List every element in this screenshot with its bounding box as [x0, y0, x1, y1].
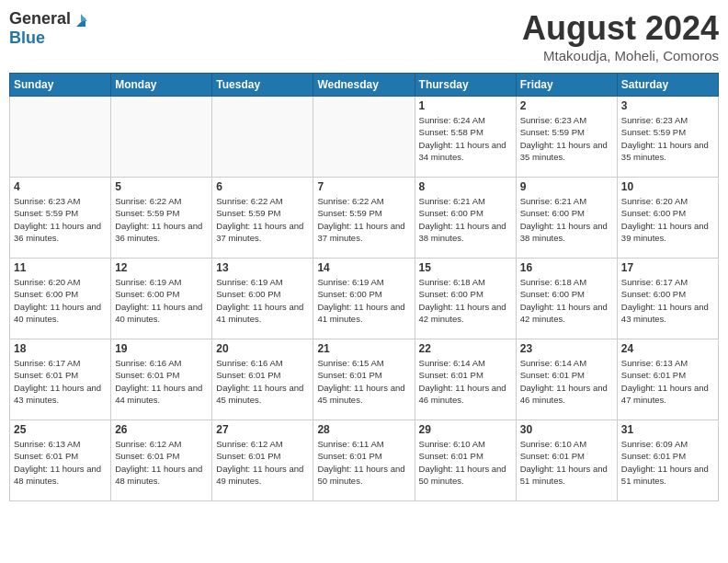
svg-marker-1 — [81, 14, 87, 21]
day-number: 27 — [216, 423, 309, 436]
calendar-cell: 1Sunrise: 6:24 AM Sunset: 5:58 PM Daylig… — [415, 97, 516, 178]
day-number: 24 — [621, 342, 714, 355]
day-number: 30 — [520, 423, 613, 436]
cell-info: Sunrise: 6:23 AM Sunset: 5:59 PM Dayligh… — [520, 114, 613, 163]
calendar-cell: 23Sunrise: 6:14 AM Sunset: 6:01 PM Dayli… — [516, 339, 617, 420]
calendar-cell — [212, 97, 313, 178]
cell-info: Sunrise: 6:13 AM Sunset: 6:01 PM Dayligh… — [621, 357, 714, 406]
cell-info: Sunrise: 6:20 AM Sunset: 6:00 PM Dayligh… — [14, 276, 107, 325]
cell-info: Sunrise: 6:18 AM Sunset: 6:00 PM Dayligh… — [419, 276, 512, 325]
day-number: 18 — [14, 342, 107, 355]
day-number: 31 — [621, 423, 714, 436]
day-number: 2 — [520, 99, 613, 112]
cell-info: Sunrise: 6:09 AM Sunset: 6:01 PM Dayligh… — [621, 438, 714, 487]
calendar-cell: 15Sunrise: 6:18 AM Sunset: 6:00 PM Dayli… — [415, 259, 516, 339]
cell-info: Sunrise: 6:17 AM Sunset: 6:01 PM Dayligh… — [14, 357, 107, 406]
day-number: 6 — [216, 180, 309, 193]
day-number: 9 — [520, 180, 613, 193]
calendar-cell: 28Sunrise: 6:11 AM Sunset: 6:01 PM Dayli… — [313, 420, 415, 501]
calendar-cell: 5Sunrise: 6:22 AM Sunset: 5:59 PM Daylig… — [111, 178, 212, 259]
month-year: August 2024 — [522, 9, 719, 48]
week-row-1: 1Sunrise: 6:24 AM Sunset: 5:58 PM Daylig… — [10, 97, 719, 178]
calendar-cell: 14Sunrise: 6:19 AM Sunset: 6:00 PM Dayli… — [313, 259, 415, 339]
calendar-cell: 11Sunrise: 6:20 AM Sunset: 6:00 PM Dayli… — [10, 259, 111, 339]
col-header-tuesday: Tuesday — [212, 74, 313, 97]
cell-info: Sunrise: 6:19 AM Sunset: 6:00 PM Dayligh… — [216, 276, 309, 325]
calendar-cell: 6Sunrise: 6:22 AM Sunset: 5:59 PM Daylig… — [212, 178, 313, 259]
page-header: General Blue August 2024 Mtakoudja, Mohe… — [9, 9, 719, 63]
day-number: 14 — [317, 261, 410, 274]
cell-info: Sunrise: 6:23 AM Sunset: 5:59 PM Dayligh… — [14, 195, 107, 244]
day-number: 5 — [115, 180, 208, 193]
calendar-cell: 13Sunrise: 6:19 AM Sunset: 6:00 PM Dayli… — [212, 259, 313, 339]
week-row-2: 4Sunrise: 6:23 AM Sunset: 5:59 PM Daylig… — [10, 178, 719, 259]
day-number: 7 — [317, 180, 410, 193]
calendar-cell: 18Sunrise: 6:17 AM Sunset: 6:01 PM Dayli… — [10, 339, 111, 420]
calendar-cell: 3Sunrise: 6:23 AM Sunset: 5:59 PM Daylig… — [617, 97, 718, 178]
cell-info: Sunrise: 6:13 AM Sunset: 6:01 PM Dayligh… — [14, 438, 107, 487]
day-number: 23 — [520, 342, 613, 355]
cell-info: Sunrise: 6:18 AM Sunset: 6:00 PM Dayligh… — [520, 276, 613, 325]
day-number: 8 — [419, 180, 512, 193]
day-number: 13 — [216, 261, 309, 274]
col-header-monday: Monday — [111, 74, 212, 97]
cell-info: Sunrise: 6:14 AM Sunset: 6:01 PM Dayligh… — [419, 357, 512, 406]
calendar-header-row: SundayMondayTuesdayWednesdayThursdayFrid… — [10, 74, 719, 97]
calendar-cell: 10Sunrise: 6:20 AM Sunset: 6:00 PM Dayli… — [617, 178, 718, 259]
calendar-cell: 9Sunrise: 6:21 AM Sunset: 6:00 PM Daylig… — [516, 178, 617, 259]
location: Mtakoudja, Moheli, Comoros — [522, 48, 719, 63]
cell-info: Sunrise: 6:20 AM Sunset: 6:00 PM Dayligh… — [621, 195, 714, 244]
cell-info: Sunrise: 6:17 AM Sunset: 6:00 PM Dayligh… — [621, 276, 714, 325]
calendar-cell: 12Sunrise: 6:19 AM Sunset: 6:00 PM Dayli… — [111, 259, 212, 339]
calendar-cell — [111, 97, 212, 178]
calendar-cell: 31Sunrise: 6:09 AM Sunset: 6:01 PM Dayli… — [617, 420, 718, 501]
calendar-cell: 22Sunrise: 6:14 AM Sunset: 6:01 PM Dayli… — [415, 339, 516, 420]
week-row-4: 18Sunrise: 6:17 AM Sunset: 6:01 PM Dayli… — [10, 339, 719, 420]
calendar-cell: 20Sunrise: 6:16 AM Sunset: 6:01 PM Dayli… — [212, 339, 313, 420]
day-number: 16 — [520, 261, 613, 274]
cell-info: Sunrise: 6:21 AM Sunset: 6:00 PM Dayligh… — [419, 195, 512, 244]
cell-info: Sunrise: 6:16 AM Sunset: 6:01 PM Dayligh… — [216, 357, 309, 406]
col-header-sunday: Sunday — [10, 74, 111, 97]
day-number: 21 — [317, 342, 410, 355]
week-row-5: 25Sunrise: 6:13 AM Sunset: 6:01 PM Dayli… — [10, 420, 719, 501]
calendar-body: 1Sunrise: 6:24 AM Sunset: 5:58 PM Daylig… — [10, 97, 719, 501]
logo-blue-text: Blue — [9, 29, 45, 47]
day-number: 10 — [621, 180, 714, 193]
cell-info: Sunrise: 6:23 AM Sunset: 5:59 PM Dayligh… — [621, 114, 714, 163]
col-header-thursday: Thursday — [415, 74, 516, 97]
calendar-cell: 25Sunrise: 6:13 AM Sunset: 6:01 PM Dayli… — [10, 420, 111, 501]
day-number: 11 — [14, 261, 107, 274]
calendar-cell: 30Sunrise: 6:10 AM Sunset: 6:01 PM Dayli… — [516, 420, 617, 501]
logo: General Blue — [9, 9, 89, 48]
calendar-cell: 17Sunrise: 6:17 AM Sunset: 6:00 PM Dayli… — [617, 259, 718, 339]
cell-info: Sunrise: 6:12 AM Sunset: 6:01 PM Dayligh… — [216, 438, 309, 487]
day-number: 15 — [419, 261, 512, 274]
day-number: 29 — [419, 423, 512, 436]
calendar-cell: 26Sunrise: 6:12 AM Sunset: 6:01 PM Dayli… — [111, 420, 212, 501]
logo-icon — [73, 12, 89, 29]
title-section: August 2024 Mtakoudja, Moheli, Comoros — [522, 9, 719, 63]
calendar-cell: 21Sunrise: 6:15 AM Sunset: 6:01 PM Dayli… — [313, 339, 415, 420]
day-number: 3 — [621, 99, 714, 112]
day-number: 1 — [419, 99, 512, 112]
col-header-friday: Friday — [516, 74, 617, 97]
day-number: 12 — [115, 261, 208, 274]
calendar-cell: 7Sunrise: 6:22 AM Sunset: 5:59 PM Daylig… — [313, 178, 415, 259]
day-number: 25 — [14, 423, 107, 436]
cell-info: Sunrise: 6:12 AM Sunset: 6:01 PM Dayligh… — [115, 438, 208, 487]
cell-info: Sunrise: 6:19 AM Sunset: 6:00 PM Dayligh… — [115, 276, 208, 325]
day-number: 17 — [621, 261, 714, 274]
calendar-cell: 19Sunrise: 6:16 AM Sunset: 6:01 PM Dayli… — [111, 339, 212, 420]
cell-info: Sunrise: 6:19 AM Sunset: 6:00 PM Dayligh… — [317, 276, 410, 325]
cell-info: Sunrise: 6:11 AM Sunset: 6:01 PM Dayligh… — [317, 438, 410, 487]
calendar-cell — [313, 97, 415, 178]
day-number: 28 — [317, 423, 410, 436]
cell-info: Sunrise: 6:10 AM Sunset: 6:01 PM Dayligh… — [419, 438, 512, 487]
cell-info: Sunrise: 6:14 AM Sunset: 6:01 PM Dayligh… — [520, 357, 613, 406]
cell-info: Sunrise: 6:15 AM Sunset: 6:01 PM Dayligh… — [317, 357, 410, 406]
week-row-3: 11Sunrise: 6:20 AM Sunset: 6:00 PM Dayli… — [10, 259, 719, 339]
calendar-table: SundayMondayTuesdayWednesdayThursdayFrid… — [9, 73, 719, 501]
calendar-cell — [10, 97, 111, 178]
calendar-cell: 8Sunrise: 6:21 AM Sunset: 6:00 PM Daylig… — [415, 178, 516, 259]
